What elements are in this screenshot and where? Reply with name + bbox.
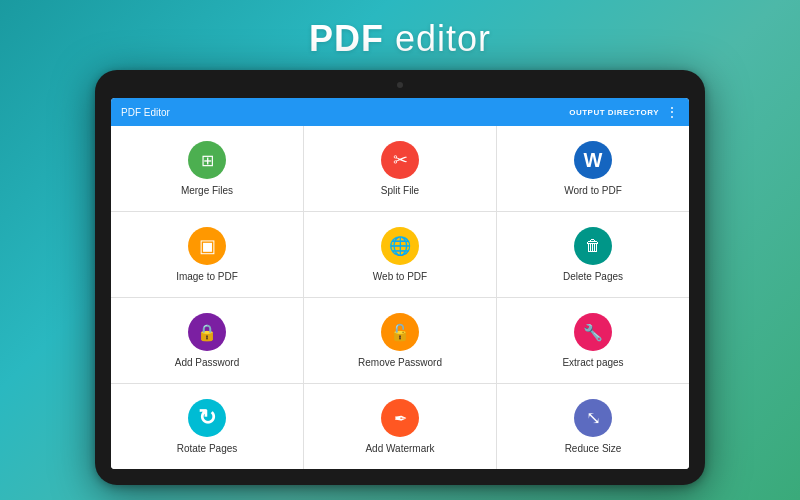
extract-pages-label: Extract pages — [562, 357, 623, 368]
feature-grid: ⊞Merge Files✂Split FileWWord to PDF▣Imag… — [111, 126, 689, 469]
topbar-title: PDF Editor — [121, 107, 170, 118]
grid-item-merge-files[interactable]: ⊞Merge Files — [111, 126, 303, 211]
app-title-bold: PDF — [309, 18, 384, 59]
remove-password-icon: 🔓 — [381, 313, 419, 351]
grid-item-rotate-pages[interactable]: ↻Rotate Pages — [111, 384, 303, 469]
topbar-right: OUTPUT DIRECTORY ⋮ — [569, 105, 679, 119]
grid-item-split-file[interactable]: ✂Split File — [304, 126, 496, 211]
delete-pages-icon: 🗑 — [574, 227, 612, 265]
grid-item-extract-pages[interactable]: 🔧Extract pages — [497, 298, 689, 383]
split-file-label: Split File — [381, 185, 419, 196]
merge-files-icon: ⊞ — [188, 141, 226, 179]
add-watermark-icon: ✒ — [381, 399, 419, 437]
app-title: PDF editor — [309, 18, 491, 60]
image-to-pdf-label: Image to PDF — [176, 271, 238, 282]
web-to-pdf-label: Web to PDF — [373, 271, 427, 282]
image-to-pdf-icon: ▣ — [188, 227, 226, 265]
grid-item-add-password[interactable]: 🔒Add Password — [111, 298, 303, 383]
grid-item-word-to-pdf[interactable]: WWord to PDF — [497, 126, 689, 211]
reduce-size-icon: ⤡ — [574, 399, 612, 437]
extract-pages-icon: 🔧 — [574, 313, 612, 351]
add-watermark-label: Add Watermark — [365, 443, 434, 454]
grid-item-web-to-pdf[interactable]: 🌐Web to PDF — [304, 212, 496, 297]
topbar: PDF Editor OUTPUT DIRECTORY ⋮ — [111, 98, 689, 126]
word-to-pdf-label: Word to PDF — [564, 185, 622, 196]
output-directory-button[interactable]: OUTPUT DIRECTORY — [569, 108, 659, 117]
grid-item-image-to-pdf[interactable]: ▣Image to PDF — [111, 212, 303, 297]
reduce-size-label: Reduce Size — [565, 443, 622, 454]
merge-files-label: Merge Files — [181, 185, 233, 196]
web-to-pdf-icon: 🌐 — [381, 227, 419, 265]
tablet-wrapper: PDF Editor OUTPUT DIRECTORY ⋮ ⊞Merge Fil… — [95, 70, 705, 485]
tablet-body: PDF Editor OUTPUT DIRECTORY ⋮ ⊞Merge Fil… — [95, 70, 705, 485]
screen: PDF Editor OUTPUT DIRECTORY ⋮ ⊞Merge Fil… — [111, 98, 689, 469]
grid-item-reduce-size[interactable]: ⤡Reduce Size — [497, 384, 689, 469]
remove-password-label: Remove Password — [358, 357, 442, 368]
delete-pages-label: Delete Pages — [563, 271, 623, 282]
more-options-button[interactable]: ⋮ — [665, 105, 679, 119]
app-title-normal: editor — [384, 18, 491, 59]
add-password-label: Add Password — [175, 357, 239, 368]
grid-item-add-watermark[interactable]: ✒Add Watermark — [304, 384, 496, 469]
grid-item-delete-pages[interactable]: 🗑Delete Pages — [497, 212, 689, 297]
rotate-pages-label: Rotate Pages — [177, 443, 238, 454]
word-to-pdf-icon: W — [574, 141, 612, 179]
split-file-icon: ✂ — [381, 141, 419, 179]
add-password-icon: 🔒 — [188, 313, 226, 351]
rotate-pages-icon: ↻ — [188, 399, 226, 437]
grid-item-remove-password[interactable]: 🔓Remove Password — [304, 298, 496, 383]
